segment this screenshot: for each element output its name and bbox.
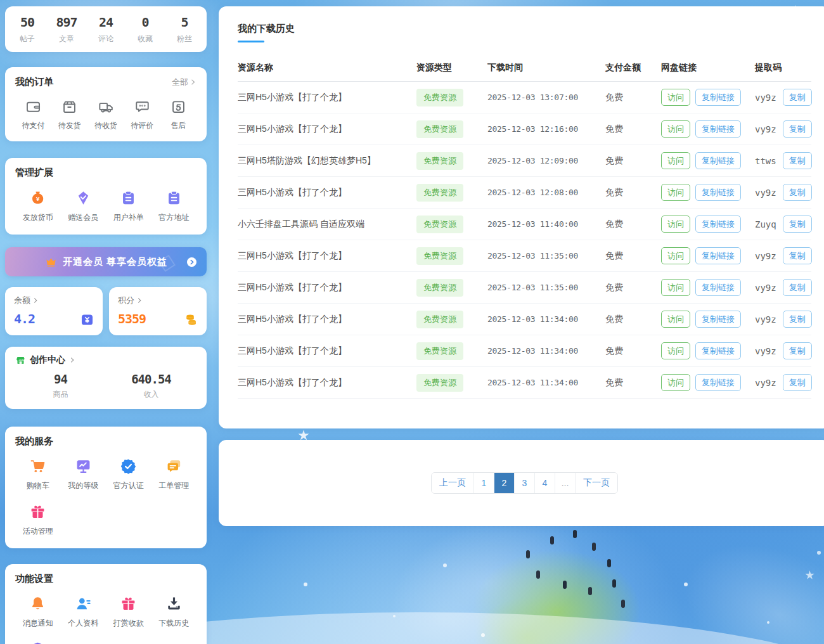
setting-item[interactable]: 消息通知 <box>15 595 61 629</box>
copy-link-button[interactable]: 复制链接 <box>695 120 741 138</box>
service-item[interactable]: 我的等级 <box>61 457 106 491</box>
table-row: 三网H5小游戏【打了个龙】 免费资源 2025-12-03 11:34:00 免… <box>238 367 811 399</box>
orders-all-label: 全部 <box>172 77 188 88</box>
page-button[interactable]: 4 <box>534 473 555 493</box>
service-item[interactable]: 购物车 <box>15 457 61 491</box>
stat-item[interactable]: 5 粉丝 <box>165 15 204 44</box>
setting-item[interactable]: 个人资料 <box>61 595 106 629</box>
copy-link-button[interactable]: 复制链接 <box>695 216 741 233</box>
orders-all-link[interactable]: 全部 <box>172 77 196 88</box>
stat-item[interactable]: 50 帖子 <box>8 15 47 44</box>
extract-code: vy9z <box>755 283 776 293</box>
resource-name: 三网H5小游戏【打了个龙】 <box>238 250 416 262</box>
copy-link-button[interactable]: 复制链接 <box>695 279 741 296</box>
next-page-button[interactable]: 下一页 <box>575 473 617 493</box>
order-status-item[interactable]: 待收货 <box>87 98 124 131</box>
stat-item[interactable]: 897 文章 <box>47 15 86 44</box>
order-status-label: 售后 <box>171 120 186 131</box>
visit-button[interactable]: 访问 <box>661 374 690 391</box>
visit-button[interactable]: 访问 <box>661 152 690 169</box>
order-status-item[interactable]: 待评价 <box>124 98 160 131</box>
admin-item[interactable]: 用户补单 <box>106 189 151 223</box>
table-row: 三网H5小游戏【打了个龙】 免费资源 2025-12-03 12:16:00 免… <box>238 113 811 145</box>
column-header: 支付金额 <box>605 62 661 74</box>
visit-button[interactable]: 访问 <box>661 120 690 138</box>
copy-link-button[interactable]: 复制链接 <box>695 247 741 264</box>
visit-button[interactable]: 访问 <box>661 216 690 233</box>
visit-button[interactable]: 访问 <box>661 89 690 106</box>
admin-item-label: 发放货币 <box>23 212 53 223</box>
download-time: 2025-12-03 11:35:00 <box>487 283 605 292</box>
settings-title: 功能设置 <box>15 573 53 584</box>
resource-type-badge: 免费资源 <box>416 152 463 170</box>
visit-button[interactable]: 访问 <box>661 184 690 201</box>
page-button[interactable]: 3 <box>514 473 534 493</box>
arrow-circle-icon[interactable] <box>186 256 198 268</box>
visit-button[interactable]: 访问 <box>661 279 690 296</box>
service-item-label: 工单管理 <box>158 480 189 491</box>
page-button[interactable]: ... <box>555 473 575 493</box>
copy-link-button[interactable]: 复制链接 <box>695 89 741 106</box>
vip-banner[interactable]: 开通会员 尊享会员权益 ◇ <box>5 247 207 276</box>
copy-link-button[interactable]: 复制链接 <box>695 342 741 359</box>
resource-name: 三网H5小游戏【打了个龙】 <box>238 282 416 293</box>
stat-item[interactable]: 0 收藏 <box>126 15 165 44</box>
order-status-item[interactable]: 待发货 <box>51 98 87 131</box>
extract-code: vy9z <box>755 93 776 103</box>
wallet-badge-icon <box>79 312 95 328</box>
diamond-watermark: ◇ <box>156 247 179 277</box>
balance-label: 余额 <box>14 295 30 306</box>
download-time: 2025-12-03 13:07:00 <box>487 93 605 102</box>
extract-code: vy9z <box>755 124 776 134</box>
pay-amount: 免费 <box>605 124 661 135</box>
setting-item[interactable]: 下载历史 <box>151 595 197 629</box>
service-item[interactable]: 工单管理 <box>151 457 197 491</box>
prev-page-button[interactable]: 上一页 <box>432 473 473 493</box>
tab-download-history[interactable]: 我的下载历史 <box>238 6 295 42</box>
service-item[interactable]: 官方认证 <box>106 457 151 491</box>
copy-code-button[interactable]: 复制 <box>783 184 812 201</box>
flower-stamens <box>526 550 530 558</box>
setting-item[interactable]: 打赏收款 <box>106 595 151 629</box>
creation-center-card[interactable]: 创作中心 94 商品 640.54 收入 <box>5 347 207 409</box>
copy-code-button[interactable]: 复制 <box>783 374 812 391</box>
points-card[interactable]: 积分 5359 <box>109 287 207 335</box>
package-icon <box>61 98 78 115</box>
table-row: 三网H5小游戏【打了个龙】 免费资源 2025-12-03 11:34:00 免… <box>238 335 811 367</box>
admin-item[interactable]: 赠送会员 <box>61 189 106 223</box>
copy-link-button[interactable]: 复制链接 <box>695 184 741 201</box>
admin-item[interactable]: ¥ 发放货币 <box>15 189 61 223</box>
extract-code: vy9z <box>755 251 776 261</box>
copy-code-button[interactable]: 复制 <box>783 311 812 328</box>
chevron-right-icon <box>69 357 75 363</box>
setting-item[interactable]: 账户安全 <box>15 640 61 644</box>
service-item[interactable]: 活动管理 <box>15 503 61 537</box>
copy-link-button[interactable]: 复制链接 <box>695 152 741 169</box>
pay-amount: 免费 <box>605 282 661 293</box>
copy-link-button[interactable]: 复制链接 <box>695 374 741 391</box>
visit-button[interactable]: 访问 <box>661 311 690 328</box>
resource-name: 三网H5塔防游戏【幻想英雄梦H5】 <box>238 155 416 167</box>
page-button[interactable]: 1 <box>473 473 494 493</box>
order-status-item[interactable]: 待支付 <box>15 98 51 131</box>
copy-code-button[interactable]: 复制 <box>783 120 812 138</box>
copy-code-button[interactable]: 复制 <box>783 279 812 296</box>
stat-item[interactable]: 24 评论 <box>86 15 126 44</box>
stat-label: 文章 <box>47 34 86 44</box>
user-stats-card: 50 帖子 897 文章 24 评论 0 收藏 5 粉丝 <box>5 6 207 52</box>
balance-card[interactable]: 余额 4.2 <box>5 287 103 335</box>
download-time: 2025-12-03 11:34:00 <box>487 378 605 387</box>
resource-type-badge: 免费资源 <box>416 342 463 360</box>
visit-button[interactable]: 访问 <box>661 247 690 264</box>
admin-item[interactable]: 官方地址 <box>151 189 197 223</box>
copy-code-button[interactable]: 复制 <box>783 89 812 106</box>
copy-code-button[interactable]: 复制 <box>783 247 812 264</box>
copy-link-button[interactable]: 复制链接 <box>695 311 741 328</box>
copy-code-button[interactable]: 复制 <box>783 342 812 359</box>
copy-code-button[interactable]: 复制 <box>783 216 812 233</box>
page-button[interactable]: 2 <box>494 473 514 493</box>
my-services-card: 我的服务 购物车 我的等级 官方认证 <box>5 427 207 548</box>
visit-button[interactable]: 访问 <box>661 342 690 359</box>
order-status-item[interactable]: 售后 <box>160 98 196 131</box>
copy-code-button[interactable]: 复制 <box>783 152 812 169</box>
